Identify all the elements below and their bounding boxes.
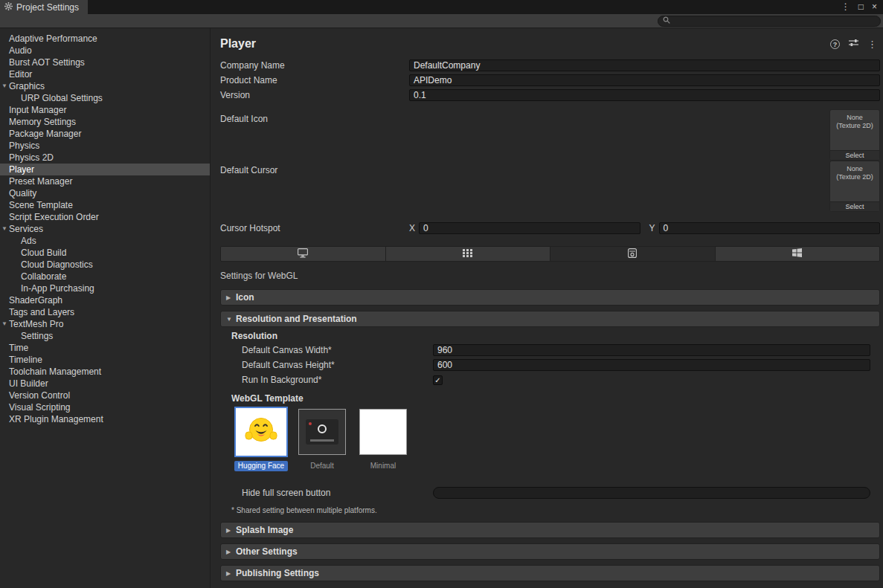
sidebar-item-tags-and-layers[interactable]: Tags and Layers <box>0 306 210 318</box>
tab-webgl[interactable] <box>550 247 716 261</box>
tab-standalone[interactable] <box>221 247 386 261</box>
windows-icon <box>792 248 802 259</box>
sidebar-item-player[interactable]: Player <box>0 164 210 175</box>
sidebar-item-urp-global-settings[interactable]: URP Global Settings <box>0 92 210 104</box>
sidebar-item-label: Input Manager <box>9 105 66 115</box>
page-title: Player <box>220 37 830 51</box>
template-default[interactable]: Default <box>292 407 352 470</box>
foldout-closed-icon[interactable]: ▶ <box>226 570 236 577</box>
foldout-closed-icon[interactable]: ▶ <box>226 549 236 555</box>
sidebar-item-graphics[interactable]: ▼Graphics <box>0 80 210 92</box>
sidebar-item-xr-plugin-management[interactable]: XR Plugin Management <box>0 413 210 425</box>
default-icon-label: Default Icon <box>220 109 409 161</box>
sidebar-item-script-execution-order[interactable]: Script Execution Order <box>0 211 210 223</box>
sidebar-item-physics-2d[interactable]: Physics 2D <box>0 152 210 164</box>
sidebar-item-visual-scripting[interactable]: Visual Scripting <box>0 401 210 413</box>
default-icon-select-button[interactable]: Select <box>830 150 879 160</box>
hotspot-x-field[interactable]: 0 <box>419 222 640 234</box>
company-name-field[interactable]: DefaultCompany <box>409 59 880 71</box>
sidebar-item-toolchain-management[interactable]: Toolchain Management <box>0 366 210 378</box>
more-options-icon[interactable]: ⋮ <box>867 39 877 50</box>
sidebar-item-label: Physics <box>9 140 39 151</box>
sidebar-item-audio[interactable]: Audio <box>0 45 210 56</box>
section-resolution-and-presentation[interactable]: ▼ Resolution and Presentation <box>220 311 880 327</box>
sidebar-item-scene-template[interactable]: Scene Template <box>0 199 210 211</box>
section-publishing-settings[interactable]: ▶ Publishing Settings <box>220 565 880 581</box>
sidebar-item-input-manager[interactable]: Input Manager <box>0 104 210 116</box>
sidebar-item-ads[interactable]: Ads <box>0 235 210 247</box>
default-template-preview <box>306 419 338 445</box>
canvas-height-field[interactable]: 600 <box>433 359 870 371</box>
window-tab-project-settings[interactable]: Project Settings <box>0 0 88 14</box>
cursor-hotspot-label: Cursor Hotspot <box>220 223 409 233</box>
window-close-icon[interactable]: × <box>872 0 877 14</box>
sidebar-item-shadergraph[interactable]: ShaderGraph <box>0 294 210 306</box>
section-other-settings[interactable]: ▶ Other Settings <box>220 543 880 560</box>
sidebar-item-package-manager[interactable]: Package Manager <box>0 128 210 140</box>
run-in-background-checkbox[interactable]: ✓ <box>433 375 443 385</box>
run-in-background-row: Run In Background* ✓ <box>220 372 882 387</box>
sidebar-item-cloud-build[interactable]: Cloud Build <box>0 247 210 259</box>
sidebar-item-label: Time <box>9 343 28 353</box>
hugging-face-emoji-icon <box>244 414 278 450</box>
platform-tab-bar <box>220 246 880 262</box>
section-splash-image[interactable]: ▶ Splash Image <box>220 522 880 538</box>
default-icon-object-field[interactable]: None (Texture 2D) Select <box>829 109 880 161</box>
presets-icon[interactable] <box>849 39 858 49</box>
tab-windows-store[interactable] <box>716 247 880 261</box>
sidebar-item-services[interactable]: ▼Services <box>0 223 210 235</box>
search-icon <box>663 16 670 26</box>
header-icons: ? ⋮ <box>830 39 877 50</box>
sidebar-item-textmesh-pro[interactable]: ▼TextMesh Pro <box>0 318 210 330</box>
help-icon[interactable]: ? <box>830 39 840 49</box>
foldout-open-icon[interactable]: ▼ <box>226 316 236 323</box>
sidebar-item-ui-builder[interactable]: UI Builder <box>0 378 210 390</box>
canvas-width-field[interactable]: 960 <box>433 344 870 356</box>
search-input[interactable] <box>673 16 876 26</box>
hugging-face-thumbnail[interactable] <box>234 407 288 457</box>
sidebar-item-label: Adaptive Performance <box>9 33 97 44</box>
sidebar-item-tmp-settings[interactable]: Settings <box>0 330 210 342</box>
sidebar-item-in-app-purchasing[interactable]: In-App Purchasing <box>0 282 210 294</box>
default-cursor-object-field[interactable]: None (Texture 2D) Select <box>829 161 880 212</box>
sidebar-item-cloud-diagnostics[interactable]: Cloud Diagnostics <box>0 259 210 271</box>
foldout-closed-icon[interactable]: ▶ <box>226 527 236 534</box>
default-thumbnail[interactable] <box>298 409 346 455</box>
window-maximize-icon[interactable]: □ <box>858 0 864 14</box>
sidebar-item-label: Scene Template <box>9 200 73 210</box>
sidebar-item-preset-manager[interactable]: Preset Manager <box>0 175 210 187</box>
window-menu-icon[interactable]: ⋮ <box>841 0 850 14</box>
sidebar-item-time[interactable]: Time <box>0 342 210 354</box>
version-field[interactable]: 0.1 <box>409 89 880 101</box>
foldout-open-icon[interactable]: ▼ <box>1 80 7 92</box>
sidebar-item-quality[interactable]: Quality <box>0 187 210 199</box>
sidebar-item-label: Audio <box>9 45 32 56</box>
sidebar-item-memory-settings[interactable]: Memory Settings <box>0 116 210 128</box>
canvas-width-label: Default Canvas Width* <box>242 345 433 355</box>
sidebar-item-collaborate[interactable]: Collaborate <box>0 271 210 282</box>
search-box[interactable] <box>658 16 881 27</box>
template-minimal[interactable]: Minimal <box>353 407 413 470</box>
sidebar-item-adaptive-performance[interactable]: Adaptive Performance <box>0 33 210 45</box>
sidebar-item-physics[interactable]: Physics <box>0 140 210 152</box>
sidebar-item-label: Settings <box>21 331 53 341</box>
section-icon[interactable]: ▶ Icon <box>220 289 880 306</box>
tab-dedicated-server[interactable] <box>386 247 551 261</box>
sidebar-item-editor[interactable]: Editor <box>0 68 210 80</box>
default-cursor-select-button[interactable]: Select <box>830 201 879 211</box>
product-name-field[interactable]: APIDemo <box>409 74 880 86</box>
sidebar-item-label: Timeline <box>9 355 42 365</box>
foldout-closed-icon[interactable]: ▶ <box>226 294 236 301</box>
hotspot-x-label: X <box>409 223 415 233</box>
sidebar-item-burst-aot-settings[interactable]: Burst AOT Settings <box>0 56 210 68</box>
foldout-open-icon[interactable]: ▼ <box>1 223 7 235</box>
sidebar-item-timeline[interactable]: Timeline <box>0 354 210 366</box>
hotspot-y-field[interactable]: 0 <box>659 222 880 234</box>
minimal-thumbnail[interactable] <box>359 409 407 455</box>
sidebar-item-version-control[interactable]: Version Control <box>0 390 210 401</box>
canvas-height-row: Default Canvas Height* 600 <box>220 358 882 372</box>
sidebar-item-label: In-App Purchasing <box>21 283 94 294</box>
template-hugging-face[interactable]: Hugging Face <box>231 407 291 471</box>
foldout-open-icon[interactable]: ▼ <box>1 318 7 330</box>
hide-fullscreen-field[interactable] <box>433 487 870 499</box>
